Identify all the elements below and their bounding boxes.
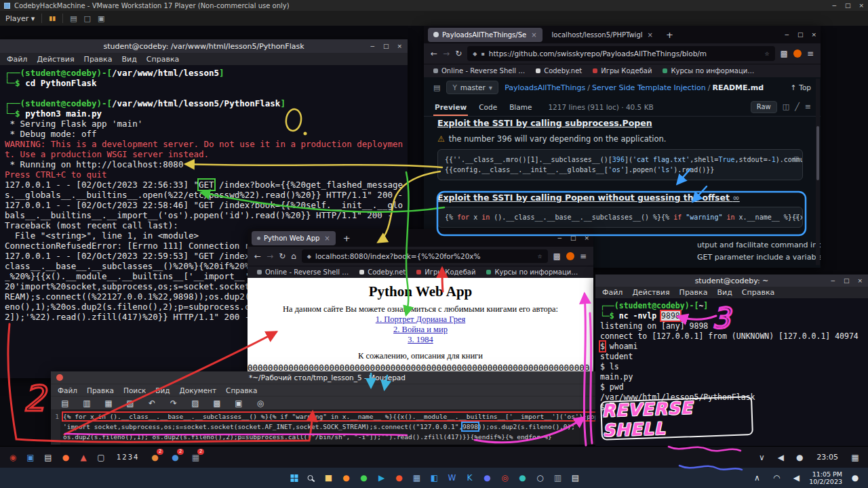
minimize-button[interactable]: − xyxy=(831,2,837,9)
maximize-button[interactable]: □ xyxy=(570,235,576,241)
flame-icon[interactable]: ▲ xyxy=(76,450,91,465)
chevron-down-icon[interactable]: ∨ xyxy=(754,450,769,465)
app-menu-icon[interactable]: ≡ xyxy=(580,251,587,261)
section-heading[interactable]: Exploit the SSTI by calling subprocess.P… xyxy=(437,118,652,128)
menu-item[interactable]: Вид xyxy=(717,288,732,297)
tab-code[interactable]: Code xyxy=(477,98,498,116)
whatsapp-icon[interactable]: ● xyxy=(357,470,372,485)
redo-icon[interactable]: ↷ xyxy=(166,396,181,411)
bookmark-item[interactable]: Игры Кодебай xyxy=(416,268,475,276)
breadcrumb-folder[interactable]: Server Side Template Injection xyxy=(592,83,706,92)
tab-payloadsallthethings[interactable]: PayloadsAllTheThings/Se × xyxy=(428,28,542,42)
extensions-icon[interactable]: ▩ xyxy=(553,251,561,261)
save-as-icon[interactable]: ▧ xyxy=(123,396,138,411)
copy-icon[interactable]: ▩ xyxy=(210,396,224,411)
calendar-icon[interactable]: ▦ xyxy=(848,450,863,465)
bookmark-item[interactable]: Игры Кодебай xyxy=(593,67,652,75)
menu-item[interactable]: Файл xyxy=(7,55,27,64)
pause-vm-icon[interactable]: ▮▮ xyxy=(49,15,56,22)
vmware-icon[interactable]: ▦ xyxy=(410,470,425,485)
search-icon[interactable]: ◎ xyxy=(253,396,268,411)
close-button[interactable]: × xyxy=(857,277,863,284)
tab-localhost-phptwig[interactable]: localhost/lesson5/PHPTwigl × xyxy=(547,28,658,42)
menu-item[interactable]: Вид xyxy=(121,55,136,64)
firefox-icon[interactable]: ● xyxy=(58,450,73,465)
menu-item[interactable]: Поиск xyxy=(123,386,146,394)
close-button[interactable]: × xyxy=(811,31,816,38)
scrollbar[interactable] xyxy=(816,79,820,265)
menu-item[interactable]: Справка xyxy=(226,386,257,394)
mousepad-title-bar[interactable]: *~/Рабочий стол/tmp_lesson_5 - Mousepad xyxy=(51,371,604,384)
bookmark-item[interactable]: Online - Reverse Shell … xyxy=(433,67,525,75)
book-link-2[interactable]: 2. Война и мир xyxy=(248,325,593,335)
paste-icon[interactable]: ▣ xyxy=(231,396,246,411)
close-tab-icon[interactable]: × xyxy=(324,235,330,242)
notification-bell-icon[interactable]: ● xyxy=(848,470,863,485)
book-link-1[interactable]: 1. Портрет Дориана Грея xyxy=(248,314,593,325)
forward-icon[interactable]: → xyxy=(267,251,273,261)
reload-icon[interactable]: ↻ xyxy=(455,49,462,58)
menu-item[interactable]: Документ xyxy=(180,386,217,394)
edge-icon[interactable]: ● xyxy=(515,470,530,485)
minimize-button[interactable]: − xyxy=(784,31,789,38)
unity-mode-icon[interactable]: ▣ xyxy=(98,14,104,23)
kali-menu-icon[interactable]: ◉ xyxy=(5,450,20,465)
close-button[interactable]: × xyxy=(397,43,402,49)
bell-icon[interactable]: ● xyxy=(792,450,807,465)
app-menu-icon[interactable]: ≡ xyxy=(807,49,814,58)
copy-code-icon[interactable]: ◫ xyxy=(794,211,798,221)
wifi-icon[interactable]: ◠ xyxy=(769,470,784,485)
volume-icon[interactable]: ◀ xyxy=(773,450,788,465)
cut-icon[interactable]: ▨ xyxy=(188,396,203,411)
firefox-icon[interactable]: ● xyxy=(339,470,354,485)
undo-icon[interactable]: ↶ xyxy=(144,396,159,411)
tab-blame[interactable]: Blame xyxy=(508,98,533,116)
minimize-button[interactable]: − xyxy=(370,43,375,49)
menu-item[interactable]: Файл xyxy=(602,288,623,297)
book-link-3[interactable]: 3. 1984 xyxy=(248,335,593,345)
close-button[interactable]: × xyxy=(584,235,589,241)
new-tab-button[interactable]: + xyxy=(663,30,677,40)
url-bar[interactable]: ◆ localhost:8080/index?book={%%20for%20x… xyxy=(302,249,548,263)
screens-icon[interactable]: ▦2 xyxy=(188,450,203,465)
bookmark-item[interactable]: Online - Reverse Shell … xyxy=(257,268,349,276)
reload-icon[interactable]: ↻ xyxy=(279,251,285,261)
close-button[interactable]: × xyxy=(859,2,864,9)
terminal-title-bar[interactable]: student@codeby: ~ − □ × xyxy=(595,274,868,287)
menu-item[interactable]: Справка xyxy=(146,55,179,64)
branch-selector[interactable]: Y master ▾ xyxy=(446,81,498,94)
terminal-output[interactable]: ┌──(student@codeby)-[~]└─$ nc -nvlp 9898… xyxy=(595,298,868,446)
bookmark-item[interactable]: Курсы по информаци… xyxy=(663,67,754,75)
tray-chevron-icon[interactable]: ∧ xyxy=(749,470,764,485)
text-editor-icon[interactable]: ▤ xyxy=(41,450,56,465)
search-icon[interactable] xyxy=(308,475,313,481)
copy-code-icon[interactable]: ◫ xyxy=(794,153,798,163)
vm-clock[interactable]: 23:05 xyxy=(816,453,838,462)
maximize-button[interactable]: □ xyxy=(844,277,850,284)
new-tab-button[interactable]: + xyxy=(340,233,354,243)
fullscreen-icon[interactable]: □ xyxy=(84,14,91,23)
bookmark-item[interactable]: Курсы по информаци… xyxy=(486,268,578,276)
start-icon[interactable] xyxy=(291,474,294,478)
back-icon[interactable]: ← xyxy=(254,251,261,261)
menu-item[interactable]: Правка xyxy=(679,288,708,297)
maximize-button[interactable]: □ xyxy=(845,2,851,9)
copy-icon[interactable]: ◫ xyxy=(783,102,789,111)
bookmark-star-icon[interactable]: ☆ xyxy=(537,253,542,260)
player-menu[interactable]: Player ▾ xyxy=(5,14,35,23)
new-file-icon[interactable]: ▤ xyxy=(58,396,73,411)
brave-icon[interactable]: ● xyxy=(392,470,407,485)
volume-icon[interactable]: ◀ xyxy=(789,470,804,485)
outline-icon[interactable]: ≡ xyxy=(805,102,811,111)
url-bar[interactable]: ◆ ▪ https://github.com/swisskyrepo/Paylo… xyxy=(467,46,774,61)
folder-icon[interactable]: ■ xyxy=(321,470,336,485)
forward-icon[interactable]: → xyxy=(443,49,450,58)
workspace-switcher[interactable]: 1234 xyxy=(117,453,139,461)
extensions-icon[interactable]: ▩ xyxy=(781,49,788,58)
kate-icon[interactable]: K xyxy=(462,470,477,485)
bookmark-item[interactable]: Codeby.net xyxy=(359,268,406,276)
close-tab-icon[interactable]: × xyxy=(648,31,653,39)
profile-avatar[interactable] xyxy=(793,49,802,58)
mail-icon[interactable]: ●2 xyxy=(167,450,182,465)
menu-item[interactable]: Правка xyxy=(84,55,113,64)
